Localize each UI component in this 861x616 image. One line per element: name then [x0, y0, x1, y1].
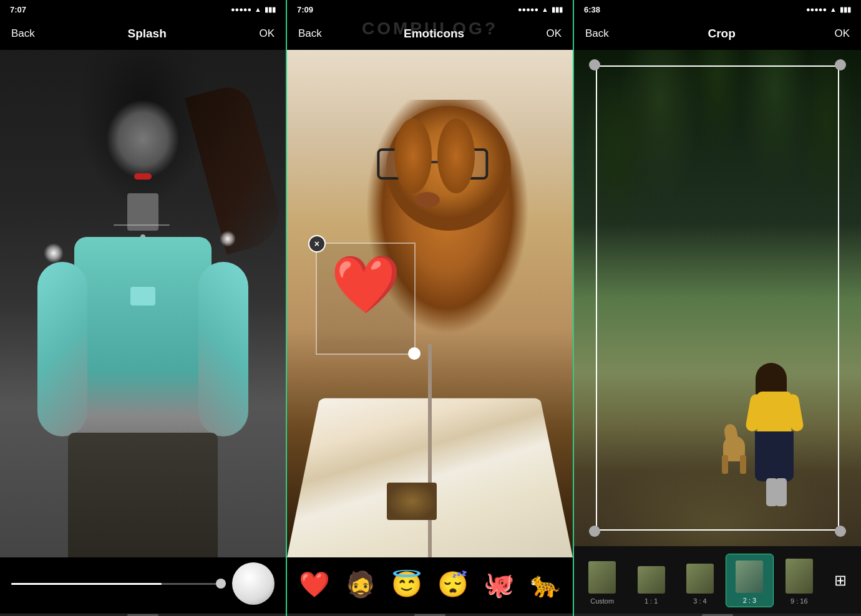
- emoji-octopus[interactable]: 🐙: [484, 572, 515, 597]
- nav-bar-splash: Back Splash OK: [0, 17, 286, 50]
- scroll-indicator-left: [0, 614, 286, 616]
- spotlight-1[interactable]: [44, 243, 64, 263]
- ok-button-emoticons[interactable]: OK: [546, 27, 562, 40]
- battery-icon-mid: ▮▮▮: [552, 6, 563, 14]
- status-bar-right: 6:38 ●●●●● ▲ ▮▮▮: [574, 0, 861, 17]
- crop-image-area[interactable]: [574, 50, 861, 546]
- emoji-tray: ❤️ 🧔 😇 😴 🐙 🐆: [287, 557, 573, 614]
- crop-option-9x16[interactable]: 9 : 16: [776, 554, 822, 607]
- emoji-heart[interactable]: ❤️: [299, 572, 330, 597]
- crop-ratio-tray: Custom 1 : 1 3 : 4 2 : 3 9 : 16 ⊞: [574, 546, 861, 614]
- crop-label-9x16: 9 : 16: [790, 597, 808, 605]
- crop-handle-top-right[interactable]: [835, 59, 846, 70]
- emoji-sleeping[interactable]: 😴: [437, 572, 469, 597]
- emoji-halo[interactable]: 😇: [391, 572, 422, 597]
- wifi-icon-mid: ▲: [542, 6, 548, 13]
- brush-size-slider[interactable]: [11, 583, 226, 585]
- crop-option-custom[interactable]: Custom: [579, 554, 625, 607]
- status-icons-mid: ●●●●● ▲ ▮▮▮: [518, 6, 563, 14]
- emoticon-image-area[interactable]: × ❤️: [287, 50, 573, 557]
- crop-label-custom: Custom: [590, 597, 614, 605]
- scroll-indicator-mid: [287, 614, 573, 616]
- crop-label-1x1: 1 : 1: [645, 597, 658, 605]
- sticker-container[interactable]: × ❤️: [316, 243, 416, 355]
- scroll-indicator-right: [574, 614, 861, 616]
- status-bar-left: 7:07 ●●●●● ▲ ▮▮▮: [0, 0, 286, 17]
- crop-label-2x3: 2 : 3: [743, 597, 756, 604]
- crop-thumb-3x4: [686, 564, 714, 594]
- splash-controls: [0, 557, 286, 614]
- crop-option-2x3[interactable]: 2 : 3: [726, 554, 773, 607]
- crop-handle-bottom-left[interactable]: [589, 526, 600, 537]
- status-time-mid: 7:09: [297, 5, 313, 14]
- nav-title-emoticons: Emoticons: [404, 27, 464, 41]
- splash-image-area[interactable]: [0, 50, 286, 557]
- crop-thumb-custom: [588, 561, 616, 594]
- status-time-left: 7:07: [10, 5, 26, 14]
- signal-icon: ●●●●●: [231, 6, 251, 13]
- crop-option-3x4[interactable]: 3 : 4: [677, 554, 723, 607]
- sticker-resize-handle[interactable]: [408, 347, 421, 360]
- grid-icon: ⊞: [834, 572, 847, 589]
- status-icons-right: ●●●●● ▲ ▮▮▮: [806, 6, 851, 14]
- nav-title-crop: Crop: [708, 27, 735, 41]
- crop-thumb-1x1: [638, 566, 665, 594]
- crop-label-3x4: 3 : 4: [693, 597, 706, 605]
- wifi-icon: ▲: [255, 6, 261, 13]
- status-icons-left: ●●●●● ▲ ▮▮▮: [231, 6, 276, 14]
- close-icon: ×: [314, 239, 319, 249]
- emoji-beard-man[interactable]: 🧔: [345, 572, 376, 597]
- ok-button-crop[interactable]: OK: [834, 27, 850, 40]
- ok-button-splash[interactable]: OK: [259, 27, 275, 40]
- nav-title-splash: Splash: [127, 27, 166, 41]
- emoji-leopard[interactable]: 🐆: [530, 572, 561, 597]
- wifi-icon-right: ▲: [830, 6, 837, 13]
- nav-bar-crop: Back Crop OK: [574, 17, 861, 50]
- crop-option-1x1[interactable]: 1 : 1: [628, 554, 674, 607]
- crop-grid-button[interactable]: ⊞: [825, 554, 856, 607]
- signal-icon-right: ●●●●●: [806, 6, 827, 13]
- panel-crop: 6:38 ●●●●● ▲ ▮▮▮ Back Crop OK: [574, 0, 861, 616]
- status-time-right: 6:38: [584, 5, 600, 14]
- back-button-splash[interactable]: Back: [11, 27, 35, 40]
- slider-thumb-small: [216, 579, 226, 589]
- back-button-emoticons[interactable]: Back: [298, 27, 322, 40]
- battery-icon-right: ▮▮▮: [840, 6, 851, 14]
- brush-preview-circle: [232, 562, 275, 605]
- crop-handle-bottom-right[interactable]: [835, 526, 846, 537]
- sticker-close-button[interactable]: ×: [308, 235, 326, 253]
- status-bar-mid: 7:09 ●●●●● ▲ ▮▮▮: [287, 0, 573, 17]
- slider-fill: [11, 583, 162, 585]
- nav-bar-emoticons: Back Emoticons OK: [287, 17, 573, 50]
- panel-splash: 7:07 ●●●●● ▲ ▮▮▮ Back Splash OK: [0, 0, 287, 616]
- signal-icon-mid: ●●●●●: [518, 6, 538, 13]
- sticker-heart-emoji: ❤️: [317, 244, 414, 312]
- crop-thumb-9x16: [786, 559, 813, 594]
- panel-emoticons: COMPULOG? 7:09 ●●●●● ▲ ▮▮▮ Back Emoticon…: [287, 0, 574, 616]
- spotlight-2[interactable]: [220, 231, 236, 247]
- battery-icon: ▮▮▮: [265, 6, 276, 14]
- crop-handle-top-left[interactable]: [589, 59, 600, 70]
- crop-thumb-2x3: [736, 561, 763, 593]
- back-button-crop[interactable]: Back: [585, 27, 609, 40]
